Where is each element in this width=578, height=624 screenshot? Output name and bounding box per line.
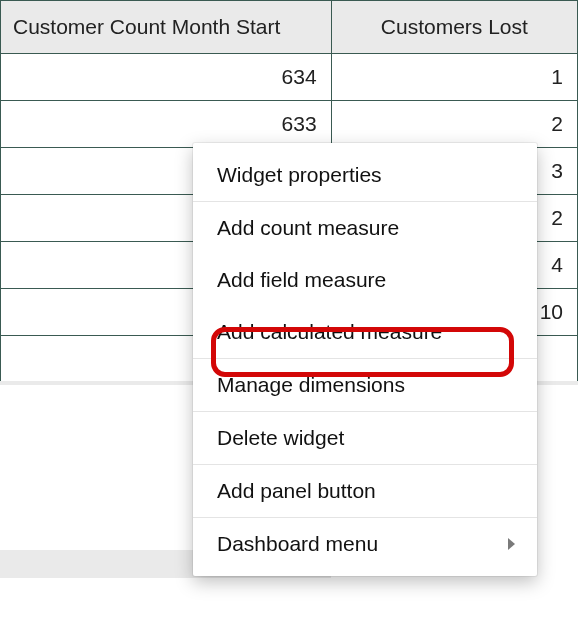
menu-item-label: Dashboard menu [217,532,378,556]
menu-item-add-panel-button[interactable]: Add panel button [193,465,537,517]
cell-value: 2 [331,101,577,148]
menu-item-label: Add calculated measure [217,320,442,344]
chevron-right-icon [508,538,515,550]
menu-item-add-calculated-measure[interactable]: Add calculated measure [193,306,537,358]
menu-item-widget-properties[interactable]: Widget properties [193,149,537,201]
menu-item-label: Add field measure [217,268,386,292]
menu-item-label: Widget properties [217,163,382,187]
menu-item-label: Add count measure [217,216,399,240]
menu-item-delete-widget[interactable]: Delete widget [193,412,537,464]
menu-item-label: Delete widget [217,426,344,450]
column-header-customer-count[interactable]: Customer Count Month Start [1,1,332,54]
menu-item-label: Manage dimensions [217,373,405,397]
cell-value: 634 [1,54,332,101]
menu-item-manage-dimensions[interactable]: Manage dimensions [193,359,537,411]
table-row[interactable]: 634 1 [1,54,578,101]
context-menu: Widget properties Add count measure Add … [193,143,537,576]
menu-item-dashboard-menu[interactable]: Dashboard menu [193,518,537,570]
menu-item-add-count-measure[interactable]: Add count measure [193,202,537,254]
column-header-customers-lost[interactable]: Customers Lost [331,1,577,54]
cell-value: 633 [1,101,332,148]
cell-value: 1 [331,54,577,101]
table-row[interactable]: 633 2 [1,101,578,148]
menu-item-label: Add panel button [217,479,376,503]
menu-item-add-field-measure[interactable]: Add field measure [193,254,537,306]
